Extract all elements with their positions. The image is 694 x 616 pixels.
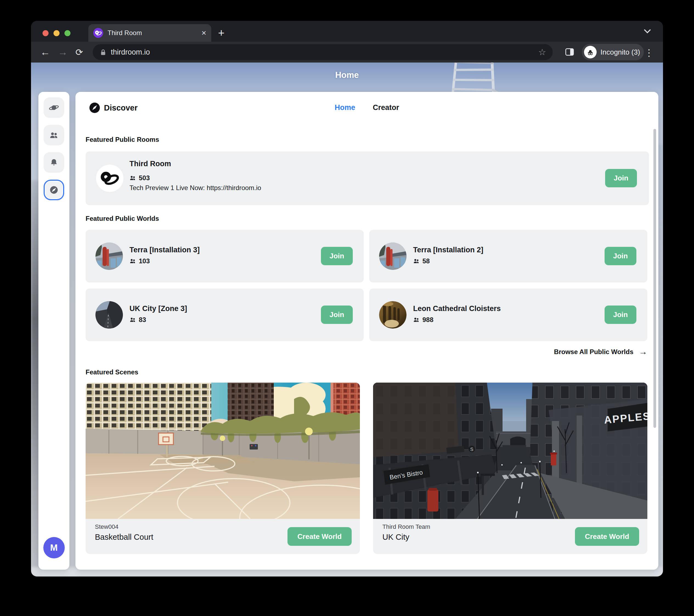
world-title: UK City [Zone 3]	[129, 304, 187, 313]
scene-title: UK City	[382, 533, 409, 542]
main-panel: Discover Home Creator Featured Public Ro…	[75, 92, 658, 570]
room-description: Tech Preview 1 Live Now: https://thirdro…	[129, 184, 261, 192]
world-members-count: 58	[422, 257, 430, 265]
discover-header: Discover Home Creator	[75, 92, 658, 124]
create-world-button[interactable]: Create World	[575, 527, 639, 546]
side-panel-icon[interactable]	[565, 48, 574, 56]
planet-icon	[49, 102, 59, 113]
browser-window: Third Room × + ← → ⟳ thirdroom.io ☆	[31, 21, 663, 577]
room-title: Third Room	[129, 160, 171, 168]
room-members: 503	[129, 174, 150, 182]
url-text: thirdroom.io	[111, 48, 538, 56]
world-members: 103	[129, 257, 150, 265]
browse-all-label: Browse All Public Worlds	[554, 348, 633, 356]
discover-title: Discover	[104, 104, 138, 112]
people-icon	[49, 130, 59, 140]
world-avatar	[379, 242, 406, 270]
tab-favicon-third-room-icon	[93, 28, 103, 38]
traffic-zoom-button[interactable]	[65, 30, 71, 36]
arrow-right-icon: →	[639, 347, 647, 357]
world-avatar	[95, 242, 123, 270]
members-icon	[129, 317, 136, 322]
back-button[interactable]: ←	[40, 47, 50, 57]
bell-icon	[49, 157, 59, 168]
scrollbar-thumb[interactable]	[653, 129, 656, 428]
screen: Third Room × + ← → ⟳ thirdroom.io ☆	[0, 0, 694, 616]
world-avatar	[95, 301, 123, 329]
world-members-count: 103	[139, 257, 150, 265]
incognito-badge[interactable]: Incognito (3)	[582, 44, 644, 60]
members-icon	[413, 258, 420, 264]
sidebar: M	[38, 92, 69, 570]
room-members-count: 503	[139, 174, 150, 182]
browser-tab[interactable]: Third Room ×	[88, 24, 211, 42]
page-content: Home	[31, 62, 663, 577]
chevron-down-icon[interactable]	[644, 29, 651, 34]
compass-icon	[49, 185, 59, 195]
tab-title: Third Room	[108, 29, 201, 37]
svg-text:S: S	[470, 447, 473, 452]
world-card: Terra [Installation 3] 103 Join	[86, 230, 364, 282]
members-icon	[129, 175, 136, 181]
scene-card: Stew004 Basketball Court Create World	[86, 382, 360, 554]
world-card: Terra [Installation 2] 58 Join	[369, 230, 647, 282]
incognito-icon	[584, 46, 597, 58]
sidebar-item-discover[interactable]	[43, 180, 64, 200]
join-button[interactable]: Join	[605, 169, 637, 187]
tab-close-icon[interactable]: ×	[201, 29, 206, 37]
worlds-heading: Featured Public Worlds	[86, 215, 159, 222]
sidebar-item-notifications[interactable]	[43, 152, 64, 173]
lock-icon	[99, 48, 107, 56]
sidebar-item-worlds[interactable]	[43, 97, 64, 118]
members-icon	[129, 258, 136, 264]
new-tab-button[interactable]: +	[218, 27, 224, 39]
world-members: 988	[413, 316, 433, 324]
browse-all-link[interactable]: Browse All Public Worlds →	[554, 347, 647, 357]
world-members-count: 988	[422, 316, 433, 324]
scene-image-basketball-court	[86, 382, 360, 519]
world-title: Terra [Installation 2]	[413, 246, 483, 254]
browser-menu-icon[interactable]: ⋮	[644, 47, 654, 58]
create-world-button[interactable]: Create World	[288, 527, 352, 546]
scene-image-uk-city: APPLES Ben's Bistro S	[373, 382, 647, 519]
bookmark-star-icon[interactable]: ☆	[538, 47, 546, 57]
room-card: Third Room 503 Tech Preview 1 Live Now: …	[86, 151, 649, 205]
world-title: Terra [Installation 3]	[129, 246, 200, 254]
join-button[interactable]: Join	[605, 247, 636, 265]
world-members: 83	[129, 316, 146, 324]
scene-card: APPLES Ben's Bistro S	[373, 382, 647, 554]
traffic-close-button[interactable]	[42, 30, 49, 36]
rooms-heading: Featured Public Rooms	[86, 136, 159, 144]
tab-creator[interactable]: Creator	[373, 104, 399, 112]
page-title: Home	[31, 70, 663, 80]
traffic-minimize-button[interactable]	[54, 30, 59, 36]
join-button[interactable]: Join	[321, 305, 353, 324]
world-title: Leon Cathedral Cloisters	[413, 304, 501, 313]
world-members: 58	[413, 257, 430, 265]
discover-tabs: Home Creator	[335, 104, 399, 112]
room-avatar	[96, 165, 124, 192]
world-members-count: 83	[139, 316, 146, 324]
scene-author: Stew004	[95, 523, 118, 530]
world-card: UK City [Zone 3] 83 Join	[86, 288, 364, 341]
tab-home[interactable]: Home	[335, 104, 355, 112]
forward-button[interactable]: →	[58, 47, 68, 57]
third-room-logo-icon	[96, 165, 124, 192]
sidebar-item-friends[interactable]	[43, 125, 64, 145]
scenes-heading: Featured Scenes	[86, 368, 138, 376]
world-card: Leon Cathedral Cloisters 988 Join	[369, 288, 647, 341]
members-icon	[413, 317, 420, 322]
world-avatar	[379, 301, 406, 329]
browser-toolbar: ← → ⟳ thirdroom.io ☆	[31, 42, 663, 62]
user-avatar[interactable]: M	[43, 537, 65, 558]
reload-button[interactable]: ⟳	[75, 48, 83, 57]
scene-title: Basketball Court	[95, 533, 153, 542]
scene-author: Third Room Team	[382, 523, 430, 530]
join-button[interactable]: Join	[321, 247, 353, 265]
tab-bar: Third Room × +	[31, 21, 663, 42]
discover-compass-icon	[89, 102, 100, 113]
incognito-label: Incognito (3)	[601, 48, 640, 56]
join-button[interactable]: Join	[605, 305, 636, 324]
address-bar[interactable]: thirdroom.io ☆	[93, 44, 553, 60]
